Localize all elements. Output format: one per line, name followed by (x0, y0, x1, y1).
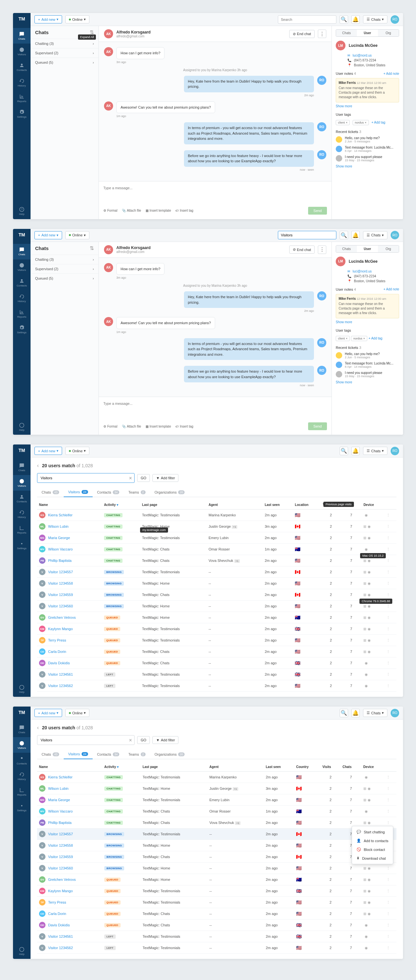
back-button[interactable]: ‹ (37, 725, 39, 730)
visitor-name-link[interactable]: Carla Dorin (48, 650, 66, 654)
status-button[interactable]: Online ▾ (65, 15, 89, 24)
row-menu-button[interactable]: ⋮ (386, 821, 390, 824)
column-header[interactable]: Activity ▾ (102, 500, 140, 509)
tab-chats[interactable]: Chats (336, 245, 357, 252)
add-note-link[interactable]: + Add note (384, 288, 399, 291)
nav-settings[interactable]: Settings (13, 800, 30, 815)
row-menu-button[interactable]: ⋮ (386, 866, 390, 870)
table-row[interactable]: VVisitor 1234559 BROWSING TextMagic: Cha… (37, 851, 397, 862)
context-menu-item[interactable]: 💬Start chatting (352, 827, 393, 836)
filter-search-input[interactable] (37, 473, 135, 483)
nav-help[interactable]: Help (13, 943, 30, 959)
formal-toggle[interactable]: ⚙ Formal (103, 425, 117, 428)
add-new-button[interactable]: + Add new ▾ (35, 709, 62, 717)
nav-reports[interactable]: Reports (13, 522, 30, 538)
nav-settings[interactable]: Settings (13, 106, 30, 122)
tab-user[interactable]: User (357, 245, 378, 252)
nav-chats[interactable]: Chats (13, 460, 30, 475)
nav-visitors[interactable]: Visitors (13, 259, 30, 275)
status-button[interactable]: Online ▾ (65, 231, 89, 239)
visitor-name-link[interactable]: Visitor 1234561 (48, 934, 73, 939)
column-header[interactable]: Visits (321, 762, 341, 772)
tab-org[interactable]: Org (378, 30, 399, 37)
nav-help[interactable]: Help (13, 419, 30, 435)
add-new-button[interactable]: + Add new ▾ (35, 447, 62, 455)
visitor-name-link[interactable]: Davis Dokidis (48, 923, 70, 927)
nav-chats[interactable]: Chats (13, 28, 30, 44)
attach-file-button[interactable]: 📎 Attach file (122, 425, 141, 428)
more-menu-button[interactable]: ⋮ (318, 30, 326, 38)
nav-contacts[interactable]: Contacts (13, 753, 30, 768)
row-menu-button[interactable]: ⋮ (386, 786, 390, 791)
table-row[interactable]: WLWilson Lubin CHATTING TextMagic: Home … (37, 783, 397, 794)
visitor-name-link[interactable]: Kierra Schleifer (48, 775, 73, 779)
user-avatar[interactable]: RO (391, 231, 399, 239)
row-menu-button[interactable]: ⋮ (386, 616, 390, 619)
table-row[interactable]: VVisitor 1234560 BROWSING TextMagic: Hom… (37, 601, 397, 612)
nav-history[interactable]: History (13, 768, 30, 784)
cat-chatting[interactable]: Chatting (3)› (30, 39, 98, 48)
nav-reports[interactable]: Reports (13, 784, 30, 800)
context-menu-item[interactable]: ⬇Download chat (352, 854, 393, 862)
ticket-item[interactable]: I need you support please15 May · 15 mes… (336, 371, 399, 378)
row-menu-button[interactable]: ⋮ (386, 638, 390, 642)
row-menu-button[interactable]: ⋮ (386, 525, 390, 528)
ticket-item[interactable]: Text message from: Lucinda Mc...8 Apr · … (336, 361, 399, 368)
row-menu-button[interactable]: ⋮ (386, 809, 390, 813)
column-header[interactable]: Device (361, 500, 384, 509)
nav-chats[interactable]: Chats (13, 244, 30, 259)
visitor-name-link[interactable]: Terry Press (48, 900, 66, 904)
table-row[interactable]: TPTerry Press QUEUED TextMagic: Testimon… (37, 897, 397, 908)
user-avatar[interactable]: RO (391, 709, 399, 717)
row-menu-button[interactable]: ⋮ (386, 593, 390, 597)
row-menu-button[interactable]: ⋮ (386, 798, 390, 802)
filter-search-input[interactable] (37, 735, 135, 745)
nav-help[interactable]: ?Help (13, 204, 30, 219)
add-filter-button[interactable]: ▼ Add filter (152, 736, 178, 744)
send-button[interactable]: Send (308, 207, 327, 215)
row-menu-button[interactable]: ⋮ (386, 547, 390, 551)
nav-history[interactable]: History (13, 506, 30, 522)
attach-file-button[interactable]: 📎 Attach file (122, 209, 141, 212)
visitor-name-link[interactable]: Phillip Baptista (48, 821, 71, 824)
table-row[interactable]: GVGretchen Vetrovs QUEUED TextMagic: Hom… (37, 612, 397, 623)
tab-org[interactable]: Org (378, 245, 399, 252)
go-button[interactable]: GO (137, 736, 150, 744)
column-header[interactable]: Activity ▾ (102, 762, 141, 772)
nav-visitors[interactable]: Visitors (13, 44, 30, 59)
row-menu-button[interactable]: ⋮ (386, 900, 390, 904)
add-tag-link[interactable]: + Add tag (368, 337, 383, 340)
row-menu-button[interactable]: ⋮ (386, 684, 390, 688)
chats-dropdown-button[interactable]: ☰ Chats ▾ (363, 15, 387, 24)
table-row[interactable]: VVisitor 1234562 LEFT TextMagic: Testimo… (37, 942, 397, 954)
visitor-name-link[interactable]: Visitor 1234560 (48, 604, 73, 608)
expand-icon[interactable]: ⇅ (90, 245, 94, 251)
ticket-item[interactable]: I need you support please15 May · 15 mes… (336, 155, 399, 162)
row-menu-button[interactable]: ⋮ (386, 581, 390, 585)
table-row[interactable]: WVWilson Vaccaro CHATTING TextMagic: Cha… (37, 544, 397, 555)
visitor-name-link[interactable]: Terry Press (48, 638, 66, 642)
visitor-name-link[interactable]: Kaylynn Mango (48, 627, 73, 631)
search-icon-button[interactable]: 🔍 (340, 447, 348, 455)
row-menu-button[interactable]: ⋮ (386, 946, 390, 950)
filter-tab[interactable]: Teams 2 (124, 749, 150, 759)
row-menu-button[interactable]: ⋮ (386, 513, 390, 517)
cat-supervised[interactable]: Supervised (2)› (30, 264, 98, 274)
filter-tab[interactable]: Contacts 34 (93, 749, 124, 759)
visitor-name-link[interactable]: Wilson Vaccaro (48, 809, 73, 813)
filter-tab[interactable]: Contacts 34 (93, 487, 124, 497)
visitor-name-link[interactable]: Visitor 1234558 (48, 843, 73, 847)
filter-tab[interactable]: Chats 43 (37, 749, 64, 759)
visitor-name-link[interactable]: Maria George (48, 536, 70, 540)
add-new-button[interactable]: + Add new ▾ (35, 231, 62, 239)
table-row[interactable]: MGMaria George CHATTING TextMagic: Testi… (37, 532, 397, 544)
visitor-name-link[interactable]: Visitor 1234561 (48, 672, 73, 676)
table-row[interactable]: WVWilson Vaccaro CHATTING TextMagic: Cha… (37, 806, 397, 817)
row-menu-button[interactable]: ⋮ (386, 650, 390, 654)
row-menu-button[interactable]: ⋮ (386, 672, 390, 676)
context-menu-item[interactable]: 🚫Block contact (352, 845, 393, 854)
cat-queued[interactable]: Queued (5)› (30, 274, 98, 283)
cat-supervised[interactable]: Supervised (2)› (30, 48, 98, 57)
visitor-name-link[interactable]: Visitor 1234558 (48, 581, 73, 585)
nav-settings[interactable]: Settings (13, 538, 30, 553)
